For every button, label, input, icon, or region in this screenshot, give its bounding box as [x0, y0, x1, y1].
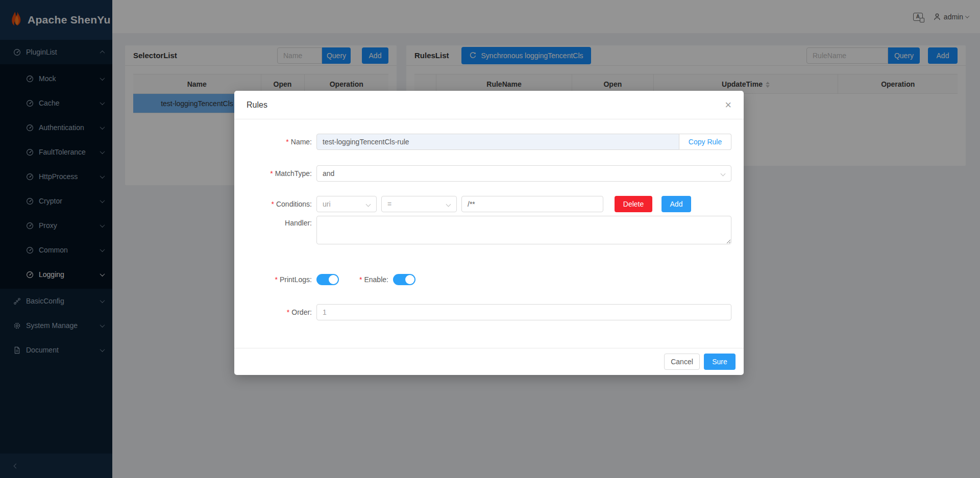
cancel-button[interactable]: Cancel	[664, 354, 700, 370]
condition-paramtype-select[interactable]: uri	[316, 196, 377, 212]
matchtype-select[interactable]: and	[316, 165, 731, 182]
field-row-matchtype: *MatchType: and	[247, 165, 731, 182]
field-row-handler: Handler:	[247, 216, 731, 244]
modal-footer: Cancel Sure	[234, 348, 744, 375]
handler-textarea[interactable]	[316, 216, 731, 244]
chevron-down-icon	[721, 171, 726, 177]
modal-body: *Name: Copy Rule *MatchType: and *Co	[234, 119, 744, 348]
field-label: Handler:	[247, 216, 316, 227]
required-mark: *	[275, 275, 278, 284]
rules-modal: Rules × *Name: Copy Rule *MatchType: and	[234, 91, 744, 375]
field-label: *Enable:	[359, 275, 388, 284]
required-mark: *	[287, 308, 289, 316]
field-label: *PrintLogs:	[247, 275, 316, 284]
field-row-order: *Order:	[247, 304, 731, 320]
condition-paramtype-value: uri	[323, 200, 331, 208]
field-row-name: *Name: Copy Rule	[247, 134, 731, 150]
enable-toggle[interactable]	[393, 274, 415, 285]
copy-rule-button[interactable]: Copy Rule	[679, 134, 731, 150]
printlogs-toggle[interactable]	[316, 274, 339, 285]
field-label: *Name:	[247, 138, 316, 146]
modal-title: Rules	[247, 100, 267, 110]
condition-add-button[interactable]: Add	[662, 196, 691, 212]
modal-header: Rules ×	[234, 91, 744, 119]
required-mark: *	[272, 200, 274, 208]
app-root: Apache ShenYu PluginList Mock Cache	[0, 0, 980, 478]
rule-name-input[interactable]	[316, 134, 679, 150]
condition-value-input[interactable]	[461, 196, 603, 212]
required-mark: *	[286, 138, 288, 146]
required-mark: *	[270, 169, 273, 178]
field-row-toggles: *PrintLogs: *Enable:	[247, 274, 731, 285]
close-icon[interactable]: ×	[725, 99, 731, 111]
order-input[interactable]	[316, 304, 731, 320]
condition-operator-select[interactable]: =	[381, 196, 457, 212]
chevron-down-icon	[446, 202, 451, 207]
condition-delete-button[interactable]: Delete	[615, 196, 652, 212]
matchtype-value: and	[323, 169, 334, 178]
field-row-conditions: *Conditions: uri = Delete Add	[247, 196, 731, 212]
field-label: *Conditions:	[247, 200, 316, 208]
required-mark: *	[359, 275, 362, 284]
condition-operator-value: =	[387, 200, 391, 208]
field-label: *MatchType:	[247, 169, 316, 178]
sure-button[interactable]: Sure	[704, 354, 736, 370]
field-label: *Order:	[247, 308, 316, 316]
chevron-down-icon	[366, 202, 371, 207]
